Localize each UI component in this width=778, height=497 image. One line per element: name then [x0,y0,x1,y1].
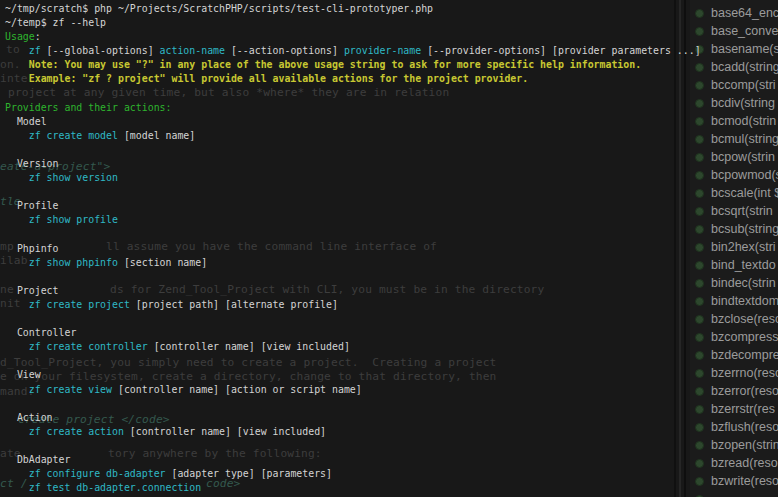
terminal-line: Profile [5,199,712,213]
terminal-line [5,87,712,101]
terminal-line: zf create view [controller name] [action… [5,383,712,397]
terminal-line: zf show version [5,171,712,185]
terminal-text-segment [5,384,29,395]
terminal-text-segment: [project path] [alternate profile] [130,299,338,310]
function-label: bcscale(int $ [711,186,778,200]
terminal-text-segment: Example: "zf ? project" will provide all… [5,73,528,84]
terminal-text-segment: zf configure db-adapter [29,468,166,479]
terminal-line: ~/temp$ zf --help [5,16,712,30]
function-label: bind_textdo [711,258,776,272]
terminal-text-segment: [--action-options] [225,45,344,56]
terminal-text-segment: ~/tmp/scratch$ php ~/Projects/ScratchPHP… [5,3,433,14]
terminal-text-segment: zf show profile [29,214,118,225]
terminal-text-segment: [section name] [118,257,207,268]
ide-screen: toon.inteproject at any given time, but … [0,0,778,497]
terminal-text-segment [5,482,29,493]
terminal-line: zf create project [project path] [altern… [5,298,712,312]
terminal-line: Action [5,411,712,425]
terminal-text-segment: zf create action [29,426,124,437]
terminal-text-segment: Model [5,116,47,127]
terminal-line: zf test db-adapter.connection [5,481,712,495]
terminal-text-segment: zf test db-adapter.connection [29,482,201,493]
terminal-line: zf create model [model name] [5,129,712,143]
terminal-text-segment: zf [29,45,41,56]
terminal-text-segment: [model name] [118,130,195,141]
function-label: basename(st [711,42,778,56]
terminal-text-segment: Action [5,412,53,423]
terminal-text-segment: [controller name] [view included] [148,341,350,352]
function-label: bzerror(reso [711,384,778,398]
function-label: bzcompress( [711,330,778,344]
terminal-line [5,185,712,199]
terminal-line: ~/tmp/scratch$ php ~/Projects/ScratchPHP… [5,2,712,16]
terminal-text-segment: Version [5,158,59,169]
terminal-line: Example: "zf ? project" will provide all… [5,72,712,86]
terminal-text-segment [5,172,29,183]
function-label: bindtextdom [711,294,778,308]
function-label: bcpowmod(s [711,168,778,182]
function-label: bccomp(stri [711,78,776,92]
terminal-text-segment: Profile [5,200,59,211]
terminal-text-segment: : [35,31,41,42]
terminal-text-segment: [controller name] [view included] [124,426,326,437]
terminal-text-segment [5,299,29,310]
terminal-line [5,397,712,411]
terminal-text-segment: [--provider-options] [provider parameter… [421,45,700,56]
function-label: bcmul(string [711,132,778,146]
function-label: bcmod(strin [711,114,776,128]
terminal-text-segment: Controller [5,327,76,338]
function-label: base64_enc [711,6,778,20]
function-label: bindec(strin [711,276,776,290]
terminal-text-segment: zf create project [29,299,130,310]
function-label: bzwrite(reso [711,474,778,488]
terminal-text-segment [5,426,29,437]
terminal-text-segment: zf create view [29,384,112,395]
terminal-line: zf create controller [controller name] [… [5,340,712,354]
function-label: base_conver [711,24,778,38]
terminal-line: Usage: [5,30,712,44]
terminal-line: Model [5,115,712,129]
function-label: bzflush(reso [711,420,778,434]
function-label: bcsqrt(strin [711,204,773,218]
terminal-text-segment: [--global-options] [41,45,160,56]
terminal-text-segment [5,257,29,268]
terminal-line: View [5,368,712,382]
terminal-text-segment: zf show phpinfo [29,257,118,268]
terminal-line: zf [--global-options] action-name [--act… [5,44,712,58]
terminal-text-segment [5,45,29,56]
terminal-line: zf show phpinfo [section name] [5,256,712,270]
terminal-line: Project [5,284,712,298]
function-label: bzopen(strin [711,438,778,452]
terminal-line: zf show profile [5,213,712,227]
terminal-line: Phpinfo [5,242,712,256]
function-label: bcdiv(string [711,96,775,110]
terminal-text-segment [5,130,29,141]
terminal-text-segment: Phpinfo [5,243,59,254]
terminal-text-segment: Project [5,285,59,296]
terminal-text-segment: zf show version [29,172,118,183]
function-label: bzclose(reso [711,312,778,326]
function-label: bzdecompre [711,348,778,362]
function-label: bzerrno(reso [711,366,778,380]
terminal-line: Version [5,157,712,171]
function-label: bcsub(string [711,222,778,236]
terminal-text-segment: [controller name] [action or script name… [112,384,362,395]
terminal-line [5,228,712,242]
terminal-output[interactable]: ~/tmp/scratch$ php ~/Projects/ScratchPHP… [0,0,712,497]
function-label: bcpow(strin [711,150,775,164]
terminal-line: zf create action [controller name] [view… [5,425,712,439]
terminal-line: Providers and their actions: [5,101,712,115]
terminal-text-segment [5,468,29,479]
terminal-line: zf configure db-adapter [adapter type] [… [5,467,712,481]
function-label: bzerrstr(res [711,402,775,416]
terminal-text-segment: DbAdapter [5,454,70,465]
terminal-text-segment: Providers and their actions: [5,102,171,113]
terminal-line: DbAdapter [5,453,712,467]
terminal-text-segment [5,341,29,352]
terminal-line [5,439,712,453]
terminal-text-segment: action-name [160,45,225,56]
terminal-line [5,354,712,368]
terminal-text-segment: zf create model [29,130,118,141]
terminal-text-segment: View [5,369,41,380]
terminal-line [5,270,712,284]
